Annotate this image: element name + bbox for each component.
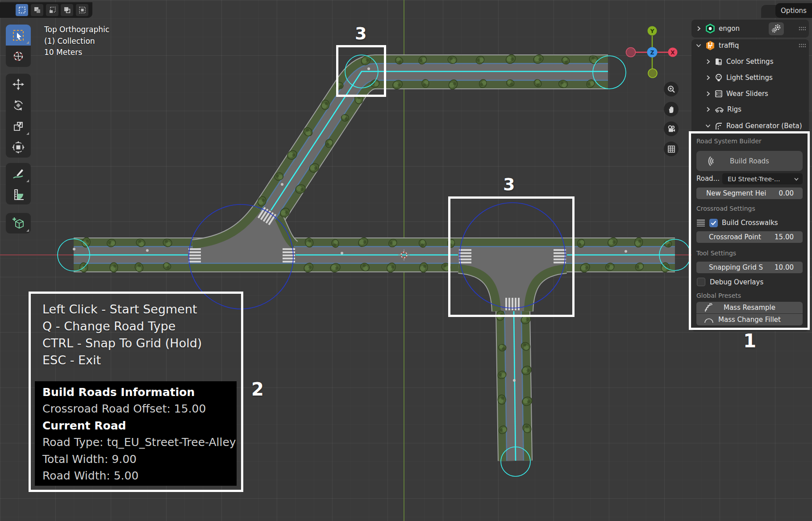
toolbar-group-add [6, 213, 31, 233]
point-marker [146, 249, 149, 252]
move-tool-button[interactable] [6, 74, 31, 95]
tree [422, 79, 429, 88]
sidebar-item-engon[interactable]: engon [691, 23, 809, 34]
tree [497, 395, 506, 404]
gizmo-negy-ball[interactable] [648, 69, 657, 78]
navigation-gizmo[interactable]: X Y Z [624, 24, 680, 79]
select-mode-extend-button[interactable] [31, 4, 43, 16]
point-marker [625, 250, 627, 253]
panel-grip-icon[interactable] [799, 26, 806, 31]
viewport-info: Top Orthographic (1) Collection 10 Meter… [44, 24, 109, 58]
gizmo-x-label: X [670, 50, 675, 56]
sidebar-item-traffiq[interactable]: traffiq [691, 40, 809, 51]
wear-sliders-icon [714, 89, 723, 98]
engon-label: engon [719, 25, 740, 33]
shortcut-list: Left Click - Start Segment Q - Change Ro… [42, 301, 202, 369]
traffiq-label: traffiq [719, 42, 739, 50]
add-cube-tool-button[interactable] [6, 213, 31, 233]
transform-tool-button[interactable] [6, 137, 31, 158]
grid-icon [667, 145, 676, 154]
select-extend-icon [33, 6, 41, 14]
info-line: Total Width: 9.00 [42, 451, 237, 467]
point-marker [513, 379, 516, 382]
ortho-grid-button[interactable] [664, 142, 679, 156]
info-line: Road Width: 5.00 [42, 467, 237, 484]
select-invert-icon [63, 6, 71, 14]
transform-icon [11, 140, 25, 154]
chevron-right-icon [705, 91, 711, 97]
point-marker [341, 252, 343, 254]
tree [110, 263, 118, 272]
camera-view-button[interactable] [664, 121, 679, 136]
engon-icon [705, 23, 716, 34]
rotate-icon [11, 98, 25, 113]
select-mode-subtract-button[interactable] [46, 4, 58, 16]
scale-icon [11, 119, 25, 133]
info-title: Build Roads Information [42, 384, 237, 400]
rotate-tool-button[interactable] [6, 95, 31, 116]
sidebar-item-road-generator[interactable]: Road Generator (Beta) [691, 121, 809, 131]
move-icon [11, 77, 25, 92]
annotate-tool-button[interactable] [6, 163, 31, 184]
select-box-icon [11, 28, 25, 42]
zoom-view-button[interactable] [664, 82, 679, 96]
select-box-tool-button[interactable] [6, 25, 31, 46]
annotation-3-bend: 3 [355, 24, 366, 43]
shortcut-line: ESC - Exit [42, 352, 202, 369]
submenu-corner [26, 229, 29, 232]
tree [341, 114, 349, 121]
select-mode-strip [0, 2, 92, 18]
select-mode-intersect-button[interactable] [76, 4, 88, 16]
info-line: Road Type: tq_EU_Street-Tree-Alley [42, 434, 237, 450]
cursor-tool-button[interactable] [6, 46, 31, 67]
toolbar-group-transform [6, 74, 31, 158]
panel-highlight-box [689, 131, 810, 330]
scale-tool-button[interactable] [6, 116, 31, 137]
gizmo-z-label: Z [650, 50, 654, 56]
info-line: Current Road [42, 417, 237, 434]
submenu-corner [26, 132, 29, 135]
chevron-down-icon [705, 123, 711, 129]
select-mode-set-button[interactable] [16, 4, 28, 16]
sidebar-item-wear-sliders[interactable]: Wear Sliders [691, 88, 809, 99]
sidebar-item-light-settings[interactable]: Light Settings [691, 72, 809, 83]
chevron-down-icon [695, 42, 702, 49]
gizmo-y-label: Y [650, 28, 654, 34]
sidebar-item-rigs[interactable]: Rigs [691, 104, 809, 115]
annotate-pen-icon [11, 167, 25, 181]
crossroad-highlight-box [448, 196, 575, 317]
toolbar-group-select [6, 25, 31, 67]
shortcut-line: CTRL - Snap To Grid (Hold) [42, 335, 202, 352]
zoom-icon [667, 85, 676, 94]
measure-icon [11, 188, 25, 202]
build-roads-info-box: Build Roads Information Crossroad Road O… [35, 381, 237, 486]
measure-tool-button[interactable] [6, 184, 31, 205]
rigs-car-icon [714, 105, 724, 114]
submenu-corner [26, 179, 29, 182]
light-settings-icon [714, 73, 723, 82]
point-marker [281, 183, 283, 186]
section-label: Road Generator (Beta) [726, 122, 802, 130]
point-marker [73, 248, 75, 250]
select-mode-invert-button[interactable] [61, 4, 73, 16]
shortcut-line: Left Click - Start Segment [42, 301, 202, 318]
annotation-3-crossroad: 3 [503, 175, 515, 194]
sidebar-item-color-settings[interactable]: Color Settings [691, 56, 809, 67]
engon-settings-button[interactable] [769, 22, 784, 35]
bend-highlight-box [336, 45, 386, 97]
gizmo-negx-ball[interactable] [626, 48, 636, 57]
pan-view-button[interactable] [664, 102, 679, 117]
shortcut-line: Q - Change Road Type [42, 318, 202, 335]
collection-text: (1) Collection [44, 36, 109, 47]
chevron-right-icon [695, 25, 702, 32]
help-overlay-box: Left Click - Start Segment Q - Change Ro… [29, 292, 243, 492]
hand-icon [667, 105, 676, 114]
chevron-right-icon [705, 58, 711, 65]
section-label: Wear Sliders [726, 90, 768, 98]
add-cube-icon [11, 216, 26, 231]
scale-text: 10 Meters [44, 47, 109, 58]
toolbar-group-annotate [6, 163, 31, 204]
select-subtract-icon [49, 6, 56, 14]
panel-grip-icon[interactable] [799, 43, 806, 48]
options-button[interactable]: Options [775, 3, 812, 18]
